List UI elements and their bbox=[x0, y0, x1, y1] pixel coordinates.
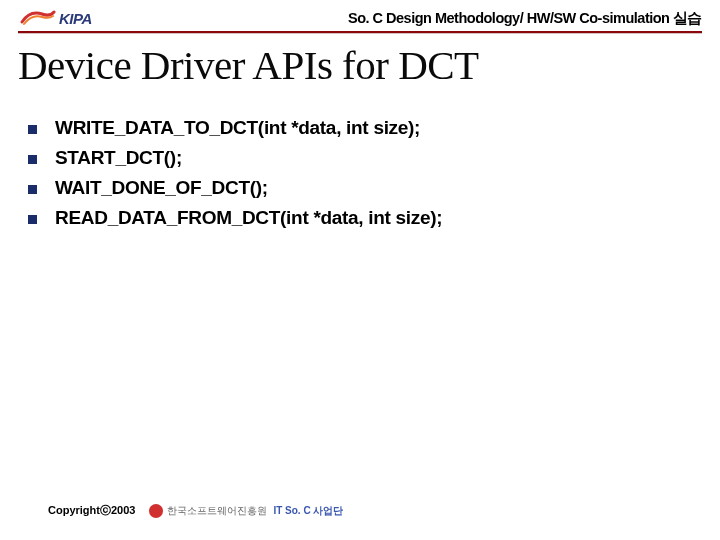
header: KIPA So. C Design Methodology/ HW/SW Co-… bbox=[0, 0, 720, 28]
slide: KIPA So. C Design Methodology/ HW/SW Co-… bbox=[0, 0, 720, 540]
list-item: READ_DATA_FROM_DCT(int *data, int size); bbox=[28, 207, 720, 229]
bullet-icon bbox=[28, 155, 37, 164]
list-item-text: READ_DATA_FROM_DCT(int *data, int size); bbox=[55, 207, 442, 229]
footer-org-suffix: IT So. C 사업단 bbox=[273, 504, 343, 518]
footer: Copyrightⓒ2003 한국소프트웨어진흥원 IT So. C 사업단 bbox=[48, 503, 343, 518]
footer-dot-icon bbox=[149, 504, 163, 518]
footer-org-korean: 한국소프트웨어진흥원 bbox=[167, 504, 267, 518]
list-item-text: WAIT_DONE_OF_DCT(); bbox=[55, 177, 268, 199]
bullet-icon bbox=[28, 125, 37, 134]
list-item-text: START_DCT(); bbox=[55, 147, 182, 169]
logo: KIPA bbox=[20, 8, 92, 28]
breadcrumb: So. C Design Methodology/ HW/SW Co-simul… bbox=[348, 9, 702, 28]
copyright-text: Copyrightⓒ2003 bbox=[48, 503, 135, 518]
page-title: Device Driver APIs for DCT bbox=[0, 33, 720, 89]
content: WRITE_DATA_TO_DCT(int *data, int size); … bbox=[0, 89, 720, 229]
list-item-text: WRITE_DATA_TO_DCT(int *data, int size); bbox=[55, 117, 420, 139]
logo-swoosh-icon bbox=[20, 8, 56, 28]
bullet-icon bbox=[28, 215, 37, 224]
list-item: WRITE_DATA_TO_DCT(int *data, int size); bbox=[28, 117, 720, 139]
list-item: START_DCT(); bbox=[28, 147, 720, 169]
list-item: WAIT_DONE_OF_DCT(); bbox=[28, 177, 720, 199]
logo-brand-text: KIPA bbox=[59, 10, 92, 27]
bullet-icon bbox=[28, 185, 37, 194]
footer-logo: 한국소프트웨어진흥원 IT So. C 사업단 bbox=[149, 504, 343, 518]
